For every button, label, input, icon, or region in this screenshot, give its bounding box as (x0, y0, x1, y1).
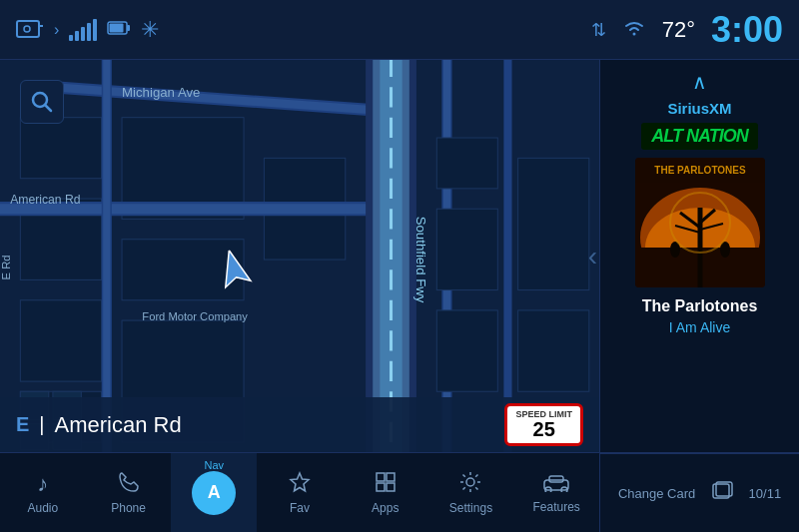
svg-marker-44 (217, 247, 251, 287)
station-logo: ALT NATION (641, 123, 757, 150)
status-right: ⇅ 72° 3:00 (591, 9, 783, 51)
artist-name: The Parlotones (642, 297, 758, 315)
nav-circle: A (192, 471, 236, 515)
climate-icon: ✳ (141, 17, 159, 43)
svg-rect-9 (20, 300, 101, 381)
svg-rect-63 (387, 483, 395, 491)
nav-item-audio[interactable]: ♪ Audio (0, 453, 86, 532)
svg-point-64 (466, 478, 474, 486)
speed-limit-sign: SPEED LIMIT 25 (504, 403, 583, 446)
audio-icon: ♪ (37, 471, 48, 497)
svg-line-43 (45, 105, 51, 111)
right-nav-area: Change Card 10/11 (599, 453, 799, 532)
right-media-panel: ∧ SiriusXM ALT NATION (599, 60, 799, 452)
phone-icon (118, 471, 140, 497)
svg-marker-59 (291, 473, 309, 491)
song-name: I Am Alive (669, 319, 730, 335)
svg-rect-62 (377, 483, 385, 491)
radio-service: SiriusXM (667, 100, 731, 117)
map-svg: Southfield Fwy Michigan Ave American Rd … (0, 60, 599, 452)
street-separator: | (39, 413, 44, 436)
wifi-icon (622, 18, 646, 42)
features-icon (542, 472, 570, 496)
street-direction: E (16, 413, 29, 436)
apps-label: Apps (372, 501, 399, 515)
phone-label: Phone (111, 501, 146, 515)
svg-rect-33 (518, 310, 589, 391)
fav-icon (289, 471, 311, 497)
street-name: American Rd (55, 412, 182, 438)
apps-icon (375, 471, 397, 497)
speed-limit-number: 25 (515, 419, 572, 439)
svg-text:Southfield Fwy: Southfield Fwy (413, 217, 428, 303)
battery-icon (107, 20, 131, 40)
data-transfer-icon: ⇅ (591, 19, 606, 41)
chevron-up-icon[interactable]: ∧ (692, 70, 707, 94)
svg-text:E Rd: E Rd (0, 256, 12, 280)
nav-active-label: Nav (205, 459, 225, 471)
signal-bars (69, 19, 97, 41)
nav-circle-text: A (208, 482, 221, 503)
svg-rect-0 (17, 21, 39, 37)
svg-rect-4 (110, 23, 124, 32)
chevron-icon[interactable]: › (54, 21, 59, 39)
features-label: Features (532, 500, 579, 514)
svg-text:Ford Motor Company: Ford Motor Company (142, 310, 248, 322)
map-right-chevron[interactable]: ‹ (588, 241, 597, 272)
card-count: 10/11 (749, 486, 782, 501)
svg-text:Michigan Ave: Michigan Ave (122, 85, 200, 100)
nav-bar: ♪ Audio Phone Nav A Fav (0, 452, 799, 532)
fav-label: Fav (290, 501, 310, 515)
svg-rect-31 (436, 310, 497, 391)
svg-rect-7 (20, 118, 101, 179)
svg-rect-32 (518, 158, 589, 289)
svg-rect-5 (127, 25, 130, 31)
status-left: › ✳ (16, 17, 159, 43)
svg-rect-30 (436, 209, 497, 289)
main-content: Southfield Fwy Michigan Ave American Rd … (0, 60, 799, 452)
svg-text:THE PARLOTONES: THE PARLOTONES (654, 165, 746, 176)
nav-item-fav[interactable]: Fav (257, 453, 343, 532)
settings-icon (459, 471, 481, 497)
svg-text:American Rd: American Rd (10, 193, 80, 207)
change-card-button[interactable]: Change Card (618, 486, 695, 501)
nav-item-phone[interactable]: Phone (86, 453, 172, 532)
svg-rect-60 (377, 473, 385, 481)
album-art: THE PARLOTONES (635, 158, 765, 287)
audio-label: Audio (28, 501, 59, 515)
svg-rect-61 (387, 473, 395, 481)
status-bar: › ✳ ⇅ 72° (0, 0, 799, 60)
svg-rect-66 (549, 476, 563, 482)
nav-item-settings[interactable]: Settings (428, 453, 514, 532)
nav-item-nav[interactable]: Nav A (171, 453, 257, 532)
nav-item-features[interactable]: Features (513, 453, 599, 532)
svg-rect-29 (436, 138, 497, 189)
device-icon (16, 20, 44, 40)
street-banner: E | American Rd SPEED LIMIT 25 (0, 397, 599, 452)
map-area[interactable]: Southfield Fwy Michigan Ave American Rd … (0, 60, 599, 452)
clock-display: 3:00 (711, 9, 783, 51)
nav-item-apps[interactable]: Apps (343, 453, 428, 532)
settings-label: Settings (449, 501, 492, 515)
svg-point-1 (24, 26, 30, 32)
search-button[interactable] (20, 80, 64, 124)
temperature-display: 72° (662, 17, 695, 43)
card-stack-icon (711, 480, 733, 506)
